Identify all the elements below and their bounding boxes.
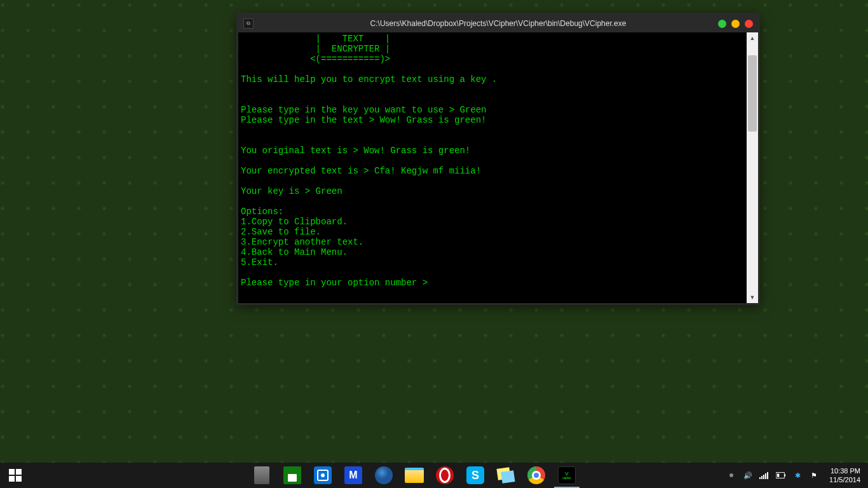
banner-line: <(===========)> — [241, 54, 390, 64]
close-button[interactable] — [745, 20, 753, 28]
option-item: 2.Save to file. — [241, 227, 321, 237]
svg-rect-11 — [777, 473, 780, 477]
server-icon — [254, 466, 269, 484]
start-button[interactable] — [0, 463, 31, 488]
malwarebytes-icon: M — [344, 466, 362, 484]
option-item: 1.Copy to Clipboard. — [241, 217, 348, 227]
option-item: 3.Encrypt another text. — [241, 237, 363, 247]
taskbar-item-vcipher[interactable]: Vcipher — [552, 463, 582, 488]
prompt-key: Please type in the key you want to use >… — [241, 105, 486, 115]
action-center-icon[interactable]: ⚑ — [809, 470, 819, 480]
svg-rect-7 — [765, 473, 766, 479]
taskbar-item-opera[interactable] — [430, 463, 460, 488]
clock-date: 11/5/2014 — [829, 475, 860, 484]
svg-rect-0 — [9, 469, 15, 475]
taskbar-item-firefox[interactable] — [369, 463, 399, 488]
scrollbar[interactable]: ▲ ▼ — [747, 32, 758, 303]
svg-rect-3 — [16, 476, 22, 482]
svg-rect-6 — [763, 475, 764, 479]
console-output[interactable]: | TEXT | | ENCRYPTER | <(===========)> T… — [238, 32, 747, 303]
encrypted-text: Your encrypted text is > Cfa! Kegjw mf m… — [241, 166, 481, 176]
options-header: Options: — [241, 207, 283, 217]
taskbar-item-stickynotes[interactable] — [491, 463, 521, 488]
taskbar-item-skype[interactable]: S — [460, 463, 491, 488]
original-text: You original text is > Wow! Grass is gre… — [241, 146, 470, 156]
taskbar-item-server[interactable] — [247, 463, 277, 488]
clock-time: 10:38 PM — [831, 466, 860, 475]
minimize-button[interactable] — [718, 20, 726, 28]
console-area: | TEXT | | ENCRYPTER | <(===========)> T… — [238, 32, 758, 303]
signal-icon — [759, 471, 770, 479]
scroll-track[interactable] — [747, 44, 758, 292]
svg-rect-8 — [767, 472, 768, 479]
option-item: 4.Back to Main Menu. — [241, 247, 348, 257]
taskbar-apps: M S Vcipher — [247, 463, 582, 488]
option-item: 5.Exit. — [241, 257, 278, 268]
firefox-icon — [375, 466, 393, 484]
explorer-icon — [405, 468, 424, 483]
maximize-button[interactable] — [731, 20, 740, 28]
console-window: ⧉ C:\Users\Khaled\Dropbox\Projects\VCiph… — [236, 13, 760, 305]
store-icon — [283, 466, 301, 484]
banner-line: | TEXT | — [241, 34, 390, 44]
svg-rect-4 — [759, 477, 761, 479]
titlebar[interactable]: ⧉ C:\Users\Khaled\Dropbox\Projects\VCiph… — [238, 15, 758, 32]
volume-icon[interactable]: 🔊 — [743, 470, 753, 480]
teamviewer-icon — [314, 466, 332, 484]
scroll-down-button[interactable]: ▼ — [747, 292, 758, 303]
key-text: Your key is > Green — [241, 186, 342, 196]
banner-line: | ENCRYPTER | — [241, 44, 390, 54]
svg-rect-5 — [761, 476, 763, 479]
taskbar-item-malwarebytes[interactable]: M — [338, 463, 369, 488]
scroll-up-button[interactable]: ▲ — [747, 32, 758, 44]
desktop: ⧉ C:\Users\Khaled\Dropbox\Projects\VCiph… — [0, 0, 868, 488]
svg-rect-1 — [16, 469, 22, 475]
taskbar-item-teamviewer[interactable] — [308, 463, 338, 488]
stickynotes-icon — [496, 466, 515, 484]
system-tray: 🔊 ✱ ⚑ 10:38 PM 11/5/2014 — [726, 463, 868, 488]
svg-rect-10 — [784, 474, 785, 477]
battery-icon[interactable] — [776, 470, 786, 480]
window-controls — [718, 20, 753, 28]
tray-overflow-icon[interactable] — [726, 470, 736, 480]
window-title: C:\Users\Khaled\Dropbox\Projects\VCipher… — [370, 19, 627, 28]
taskbar-item-explorer[interactable] — [399, 463, 430, 488]
bluetooth-icon[interactable]: ✱ — [792, 470, 803, 480]
skype-icon: S — [466, 466, 484, 484]
svg-rect-2 — [9, 476, 15, 482]
vcipher-icon: Vcipher — [558, 466, 576, 484]
taskbar-item-chrome[interactable] — [521, 463, 552, 488]
windows-icon — [9, 469, 22, 482]
prompt-text: Please type in the text > Wow! Grass is … — [241, 115, 486, 125]
intro-text: This will help you to encrypt text using… — [241, 74, 497, 85]
scroll-thumb[interactable] — [748, 55, 757, 132]
clock[interactable]: 10:38 PM 11/5/2014 — [825, 466, 864, 484]
taskbar: M S Vcipher 🔊 ✱ ⚑ 10:38 PM 11/5/2014 — [0, 463, 868, 488]
opera-icon — [436, 466, 454, 484]
app-icon: ⧉ — [243, 18, 254, 29]
chrome-icon — [527, 466, 545, 484]
taskbar-item-store[interactable] — [277, 463, 308, 488]
wifi-icon[interactable] — [759, 470, 770, 480]
prompt-option: Please type in your option number > — [241, 278, 433, 288]
